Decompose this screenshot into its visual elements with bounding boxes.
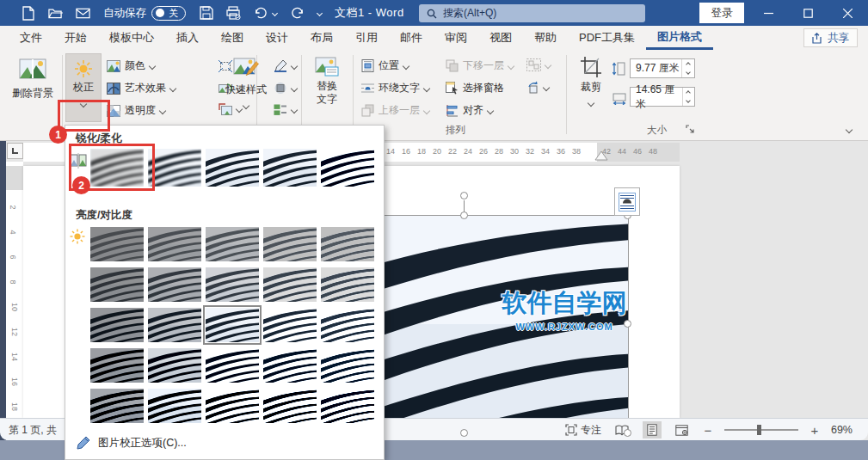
brightness-contrast-option-r1-c2[interactable]: [148, 227, 201, 261]
picture-layout-button[interactable]: [274, 103, 297, 116]
crop-button[interactable]: 裁剪: [573, 55, 609, 107]
sharpen-option-2[interactable]: [148, 149, 201, 187]
share-button[interactable]: 共享: [803, 28, 858, 47]
resize-handle-top[interactable]: [460, 212, 468, 219]
minimize-button[interactable]: [748, 0, 788, 26]
quick-styles-button[interactable]: 快速样式: [222, 55, 270, 109]
tab-stop-selector[interactable]: [7, 143, 23, 159]
sharpen-option-5[interactable]: [321, 149, 374, 187]
shape-height-spinner[interactable]: [681, 59, 694, 77]
brightness-contrast-option-r5-c1[interactable]: [90, 389, 144, 423]
picture-border-button[interactable]: [274, 59, 297, 72]
brightness-contrast-option-r2-c3[interactable]: [206, 267, 259, 302]
size-dialog-launcher-icon[interactable]: [686, 125, 694, 133]
brightness-contrast-option-r3-c2[interactable]: [148, 308, 201, 342]
signin-button[interactable]: 登录: [699, 3, 744, 23]
shape-width-spinner[interactable]: [682, 88, 694, 106]
brightness-contrast-option-r5-c4[interactable]: [263, 389, 317, 423]
brightness-contrast-option-r5-c5[interactable]: [321, 389, 374, 423]
selection-pane-button[interactable]: 选择窗格: [446, 81, 504, 95]
brightness-contrast-option-r4-c1[interactable]: [90, 348, 144, 383]
artistic-effects-button[interactable]: 艺术效果: [107, 81, 175, 95]
qat-overflow-icon[interactable]: [317, 9, 323, 15]
tab-图片格式[interactable]: 图片格式: [646, 26, 713, 50]
brightness-contrast-option-r3-c3[interactable]: [206, 308, 259, 342]
shape-width-field[interactable]: 14.65 厘米: [630, 87, 695, 107]
remove-background-button[interactable]: 删除背景: [7, 55, 58, 101]
tab-邮件[interactable]: 邮件: [389, 26, 434, 50]
tab-设计[interactable]: 设计: [255, 26, 299, 50]
brightness-contrast-option-r3-c1[interactable]: [90, 308, 144, 342]
sharpen-option-4[interactable]: [263, 149, 317, 187]
vertical-ruler[interactable]: 24681012141618: [6, 162, 23, 418]
rotate-handle[interactable]: [460, 192, 468, 199]
sharpen-option-1[interactable]: [90, 149, 144, 187]
brightness-contrast-option-r3-c5[interactable]: [321, 308, 374, 342]
brightness-contrast-option-r1-c3[interactable]: [206, 227, 259, 261]
brightness-contrast-option-r2-c1[interactable]: [90, 267, 144, 302]
color-button[interactable]: 颜色: [107, 58, 155, 73]
tab-布局[interactable]: 布局: [299, 26, 344, 50]
brightness-contrast-option-r2-c5[interactable]: [321, 267, 374, 302]
collapse-ribbon-icon[interactable]: [846, 126, 853, 133]
page-indicator[interactable]: 第 1 页, 共: [9, 423, 57, 438]
undo-dropdown-icon[interactable]: [272, 9, 278, 15]
corrections-dropdown-arrow[interactable]: [80, 101, 87, 107]
autosave-switch[interactable]: 关: [151, 6, 186, 21]
brightness-contrast-option-r5-c3[interactable]: [206, 389, 259, 423]
alt-text-button[interactable]: 替换文字: [306, 55, 348, 106]
brightness-contrast-option-r4-c2[interactable]: [148, 348, 201, 383]
search-input[interactable]: 搜索(Alt+Q): [419, 4, 645, 22]
brightness-contrast-option-r3-c4[interactable]: [263, 308, 317, 342]
redo-icon[interactable]: [290, 6, 305, 21]
web-layout-button[interactable]: [673, 421, 692, 439]
brightness-contrast-option-r1-c1[interactable]: [90, 227, 144, 261]
picture-effects-button[interactable]: [274, 82, 297, 95]
sharpen-option-3[interactable]: [206, 149, 259, 187]
brightness-contrast-option-r5-c2[interactable]: [148, 389, 201, 423]
autosave-toggle[interactable]: 自动保存 关: [103, 6, 186, 21]
new-document-icon[interactable]: [21, 6, 35, 21]
tab-插入[interactable]: 插入: [165, 26, 210, 50]
email-icon[interactable]: [76, 6, 90, 21]
rotate-button[interactable]: [526, 81, 549, 94]
shape-height-field[interactable]: 9.77 厘米: [630, 58, 695, 78]
tab-绘图[interactable]: 绘图: [210, 26, 255, 50]
position-button[interactable]: 位置: [361, 58, 409, 73]
resize-handle-bottom[interactable]: [460, 429, 468, 437]
zoom-out-button[interactable]: −: [703, 423, 713, 438]
zoom-slider-thumb[interactable]: [757, 425, 761, 435]
brightness-contrast-option-r2-c2[interactable]: [148, 267, 201, 302]
zoom-in-button[interactable]: +: [810, 423, 820, 438]
open-folder-icon[interactable]: [48, 6, 63, 21]
picture-corrections-options-item[interactable]: 图片校正选项(C)...: [65, 431, 384, 455]
undo-icon[interactable]: [254, 6, 268, 21]
tab-文件[interactable]: 文件: [9, 26, 53, 50]
resize-handle-right[interactable]: [624, 320, 631, 328]
brightness-contrast-option-r4-c4[interactable]: [263, 348, 317, 383]
align-button[interactable]: 对齐: [446, 103, 493, 118]
zoom-percent[interactable]: 69%: [831, 424, 853, 436]
focus-mode-button[interactable]: 专注: [565, 423, 601, 438]
tab-帮助[interactable]: 帮助: [523, 26, 568, 50]
maximize-button[interactable]: [788, 0, 828, 26]
wrap-text-button[interactable]: 环绕文字: [361, 81, 429, 95]
tab-开始[interactable]: 开始: [53, 26, 98, 50]
transparency-button[interactable]: 透明度: [107, 103, 165, 118]
corrections-button[interactable]: 校正: [65, 53, 102, 122]
brightness-contrast-option-r4-c5[interactable]: [321, 348, 374, 383]
brightness-contrast-option-r2-c4[interactable]: [263, 267, 317, 302]
brightness-contrast-option-r1-c4[interactable]: [263, 227, 317, 261]
layout-options-button[interactable]: [614, 187, 640, 216]
tab-PDF工具集[interactable]: PDF工具集: [568, 26, 646, 50]
tab-视图[interactable]: 视图: [478, 26, 523, 50]
close-button[interactable]: [828, 0, 867, 26]
brightness-contrast-option-r1-c5[interactable]: [321, 227, 374, 261]
print-layout-button[interactable]: [643, 421, 662, 439]
brightness-contrast-option-r4-c3[interactable]: [206, 348, 259, 383]
tab-引用[interactable]: 引用: [344, 26, 389, 50]
tab-审阅[interactable]: 审阅: [434, 26, 478, 50]
tab-模板中心[interactable]: 模板中心: [98, 26, 165, 50]
resize-handle-bottom-right[interactable]: [624, 429, 631, 437]
quick-print-icon[interactable]: [226, 6, 241, 21]
